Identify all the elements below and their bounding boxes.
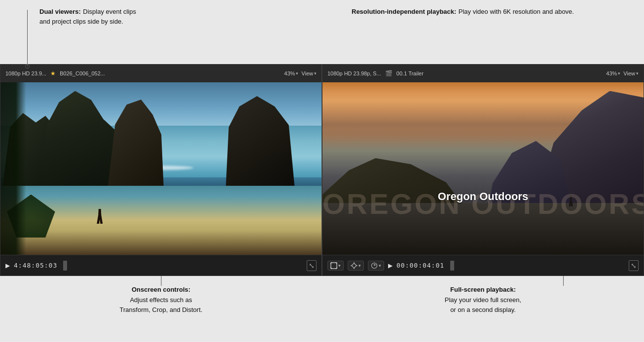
video-left-background xyxy=(0,82,322,255)
onscreen-controls-title: Onscreen controls: xyxy=(132,286,190,293)
tree-edge-left xyxy=(0,82,26,255)
timecode-left: 4:48:05:03 xyxy=(14,262,57,269)
oregon-outdoors-title: Oregon Outdoors xyxy=(322,190,644,203)
bottom-annotations: Onscreen controls: Adjust effects such a… xyxy=(0,276,644,342)
view-chevron-right-icon: ▾ xyxy=(636,71,639,76)
viewer-left-clip: B026_C006_052... xyxy=(60,70,281,76)
callout-line-left xyxy=(27,10,28,67)
rock-formation-4-left xyxy=(225,96,296,200)
viewer-right-view[interactable]: View ▾ xyxy=(623,70,639,76)
onscreen-controls-group: ▾ ▾ xyxy=(327,261,384,271)
speed-chevron-icon: ▾ xyxy=(379,263,381,268)
rock-formation-3-left xyxy=(107,100,164,200)
zoom-chevron-icon: ▾ xyxy=(296,71,298,76)
speed-button[interactable]: ▾ xyxy=(368,261,384,271)
callout-line-bottom-right xyxy=(563,276,564,286)
transform-button[interactable]: ▾ xyxy=(348,261,364,271)
onscreen-controls-text: Adjust effects such asTransform, Crop, a… xyxy=(120,295,203,314)
viewer-right-clip: 00.1 Trailer xyxy=(396,70,603,76)
star-icon: ★ xyxy=(50,70,56,77)
app-window: Dual viewers: Display event clipsand pro… xyxy=(0,0,644,342)
viewer-right-header: 1080p HD 23.98p, S... 🎬 00.1 Trailer 43%… xyxy=(322,65,644,82)
frame-select-button[interactable]: ▾ xyxy=(327,261,344,271)
annotation-resolution-title: Resolution-independent playback: xyxy=(352,8,456,15)
callout-dot-left xyxy=(25,64,30,68)
viewer-left-view[interactable]: View ▾ xyxy=(301,70,317,76)
annotation-dual-viewers-title: Dual viewers: xyxy=(39,8,81,15)
annotation-resolution-playback: Resolution-independent playback: Play vi… xyxy=(322,0,644,64)
fullscreen-text: Play your video full screen,or on a seco… xyxy=(445,295,521,314)
timecode-bar-left xyxy=(63,261,67,271)
film-icon: 🎬 xyxy=(385,70,393,77)
viewers-row: 1080p HD 23.9... ★ B026_C006_052... 43% … xyxy=(0,64,644,276)
fullscreen-annotation: Full-screen playback: Play your video fu… xyxy=(445,285,521,314)
viewer-left-controls: ▶ 4:48:05:03 ⤡ xyxy=(0,255,322,275)
viewer-left-header: 1080p HD 23.9... ★ B026_C006_052... 43% … xyxy=(0,65,322,82)
annotation-dual-viewers: Dual viewers: Display event clipsand pro… xyxy=(0,0,322,64)
play-button-right[interactable]: ▶ xyxy=(388,262,393,269)
play-button-left[interactable]: ▶ xyxy=(5,262,10,269)
fullscreen-button-left[interactable]: ⤡ xyxy=(307,260,317,271)
viewer-left-video[interactable] xyxy=(0,82,322,255)
svg-rect-0 xyxy=(331,263,337,269)
viewer-left: 1080p HD 23.9... ★ B026_C006_052... 43% … xyxy=(0,64,322,276)
viewer-right-video[interactable]: OREGON OUTDOORS Oregon Outdoors xyxy=(322,82,644,255)
annotation-fullscreen: Full-screen playback: Play your video fu… xyxy=(322,276,644,342)
annotation-resolution-text: Play video with 6K resolution and above. xyxy=(459,8,574,15)
viewer-right-zoom[interactable]: 43% ▾ xyxy=(606,70,620,76)
viewer-right-controls: ▾ ▾ xyxy=(322,255,644,275)
transform-chevron-icon: ▾ xyxy=(358,263,361,268)
zoom-chevron-right-icon: ▾ xyxy=(618,71,620,76)
viewer-left-zoom[interactable]: 43% ▾ xyxy=(284,70,298,76)
top-annotations: Dual viewers: Display event clipsand pro… xyxy=(0,0,644,64)
frame-select-chevron-icon: ▾ xyxy=(338,263,341,268)
annotation-onscreen-controls: Onscreen controls: Adjust effects such a… xyxy=(0,276,322,342)
fullscreen-button-right[interactable]: ⤡ xyxy=(629,260,639,271)
video-right-background: OREGON OUTDOORS Oregon Outdoors xyxy=(322,82,644,255)
callout-line-bottom-left xyxy=(161,276,161,286)
viewer-left-resolution: 1080p HD 23.9... xyxy=(5,70,46,76)
timecode-bar-right xyxy=(450,261,454,271)
onscreen-controls-annotation: Onscreen controls: Adjust effects such a… xyxy=(120,285,203,314)
viewer-right: 1080p HD 23.98p, S... 🎬 00.1 Trailer 43%… xyxy=(322,64,644,276)
fullscreen-title: Full-screen playback: xyxy=(450,286,516,293)
timecode-right: 00:00:04:01 xyxy=(396,262,444,269)
viewer-right-resolution: 1080p HD 23.98p, S... xyxy=(327,70,381,76)
view-chevron-icon: ▾ xyxy=(314,71,317,76)
